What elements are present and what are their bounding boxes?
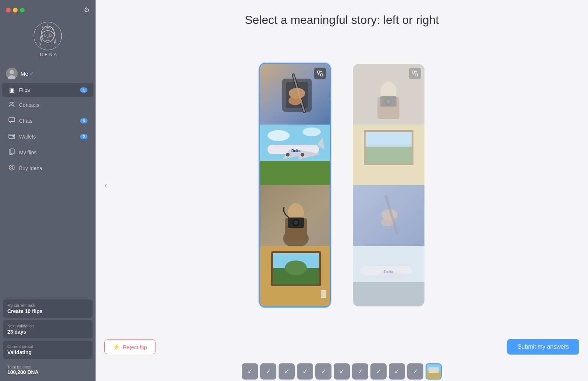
current-period-card: Current period Validating [3,341,93,359]
current-period-value: Validating [7,349,88,355]
thumb-item-7[interactable]: ✓ [352,363,368,380]
wallets-icon [8,133,15,141]
svg-point-7 [49,34,51,37]
thumb-check-5: ✓ [321,367,326,375]
sidebar-item-label: Flips [19,87,76,93]
right-img-3 [353,185,424,246]
chats-badge: 6 [80,118,87,123]
sidebar-item-label: Chats [19,118,76,124]
thumb-item-5[interactable]: ✓ [315,363,331,380]
main-content: Select a meaningful story: left or right… [96,0,588,381]
right-img-2 [353,125,424,185]
thumb-item-10[interactable]: ✓ [407,363,423,380]
right-expand-button[interactable] [409,68,421,79]
flips-icon: ▣ [8,86,15,93]
current-period-label: Current period [7,344,88,349]
logo-area: IDENA [0,17,96,65]
settings-button[interactable]: ⚙ [84,6,90,14]
buy-idena-icon [8,164,15,172]
svg-point-52 [285,260,307,275]
my-flips-icon [8,148,15,157]
sidebar-item-wallets[interactable]: Wallets 2 [2,129,93,144]
svg-point-12 [12,103,14,104]
close-button[interactable] [6,8,11,12]
thumb-item-8[interactable]: ✓ [370,363,387,380]
current-task-value: Create 10 flips [7,308,88,314]
thumb-check-2: ✓ [266,367,271,375]
thumb-item-6[interactable]: ✓ [334,363,350,380]
thumb-strip: ✓ ✓ ✓ ✓ ✓ ✓ ✓ ✓ ✓ ✓ [96,360,588,381]
thumb-item-11[interactable] [426,363,442,380]
next-validation-value: 23 days [7,329,88,335]
traffic-lights [6,8,25,12]
total-balance-value: 100,200 DNA [7,369,88,375]
total-balance-label: Total balance [7,365,88,369]
sidebar-item-buy-idena[interactable]: Buy Idena [2,161,93,176]
sidebar-item-my-flips[interactable]: My flips [2,145,93,160]
page-title: Select a meaningful story: left or right [96,0,588,36]
titlebar: ⚙ [0,0,96,17]
svg-rect-54 [318,71,320,73]
left-flip-card[interactable]: Delta [259,63,331,308]
left-expand-button[interactable] [314,68,326,79]
svg-rect-14 [9,134,15,139]
submit-button[interactable]: Submit my answers [507,339,579,355]
user-row: Me ✔ [0,65,96,82]
svg-point-26 [288,96,302,105]
thumb-check-4: ✓ [302,367,308,375]
svg-point-29 [268,130,290,141]
svg-point-9 [10,70,14,74]
verified-badge: ✔ [30,71,34,76]
sidebar-bottom: My current task Create 10 flips Next val… [0,296,96,381]
wallets-badge: 2 [80,134,87,139]
next-validation-label: Next validation [7,324,88,328]
thumb-item-1[interactable]: ✓ [242,363,258,380]
thumb-item-9[interactable]: ✓ [389,363,405,380]
svg-rect-55 [320,74,323,76]
svg-point-45 [294,220,298,225]
sidebar-item-label: Contacts [19,102,87,108]
sidebar-item-contacts[interactable]: Contacts [2,97,93,113]
thumb-check-10: ✓ [413,367,418,375]
left-img-4 [260,246,330,306]
sidebar-item-chats[interactable]: Chats 6 [2,113,93,129]
svg-point-37 [301,153,304,157]
sidebar-item-label: Wallets [19,134,76,140]
current-task-card: My current task Create 10 flips [3,299,93,318]
svg-line-4 [54,34,56,43]
reject-button[interactable]: ⚡ Reject flip [104,339,155,354]
svg-point-64 [386,99,391,104]
minimize-button[interactable] [13,8,18,12]
svg-text:Delta: Delta [384,270,393,274]
svg-rect-68 [366,147,412,163]
svg-rect-81 [415,74,417,76]
thumb-check-1: ✓ [247,367,253,375]
thumb-check-6: ✓ [339,367,345,375]
sidebar-item-label: My flips [19,150,87,155]
svg-rect-86 [429,367,439,373]
prev-arrow[interactable]: ‹ [104,180,107,190]
svg-rect-53 [321,290,326,298]
thumb-item-3[interactable]: ✓ [279,363,295,380]
current-task-label: My current task [7,303,88,308]
maximize-button[interactable] [20,8,25,12]
thumb-check-3: ✓ [284,367,290,375]
thumb-item-2[interactable]: ✓ [260,363,276,380]
reject-icon: ⚡ [113,344,120,350]
svg-point-36 [286,153,290,157]
svg-rect-13 [9,118,15,122]
thumb-check-9: ✓ [394,367,400,375]
svg-rect-17 [10,149,14,154]
logo-icon [33,21,62,51]
thumb-item-4[interactable]: ✓ [297,363,313,380]
next-validation-card: Next validation 23 days [3,320,93,338]
svg-point-11 [10,102,12,104]
left-flip-images: Delta [260,64,330,306]
sidebar-nav: ▣ Flips 1 Contacts Chats [0,82,96,176]
logo-text: IDENA [37,52,58,57]
svg-line-2 [40,34,41,43]
bottom-bar: ⚡ Reject flip Submit my answers [96,335,588,360]
right-flip-card[interactable]: Delta [353,64,424,306]
sidebar-item-flips[interactable]: ▣ Flips 1 [2,83,93,97]
avatar [6,68,18,79]
